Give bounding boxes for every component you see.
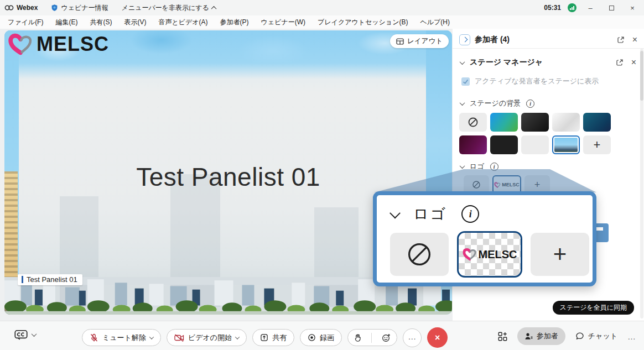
record-label: 録画 <box>320 333 334 343</box>
none-icon <box>472 180 481 189</box>
chevron-down-icon[interactable] <box>460 100 465 106</box>
background-purple-thumb[interactable] <box>459 135 487 154</box>
logo-section-magnified-callout: ロゴ i MELSC + <box>373 191 596 286</box>
menu-audio-video[interactable]: 音声とビデオ(A) <box>158 18 207 27</box>
melsc-watermark: MELSC <box>8 33 109 56</box>
close-icon: × <box>435 333 440 343</box>
background-bluegreen-thumb[interactable] <box>490 113 518 132</box>
background-city-thumb-selected[interactable] <box>552 135 580 154</box>
raise-hand-button[interactable] <box>348 330 367 346</box>
callout-logo-none-button[interactable] <box>390 233 449 276</box>
close-window-button[interactable]: × <box>625 4 640 12</box>
info-icon[interactable]: i <box>490 163 498 171</box>
stage-manager-title: ステージ マネージャ <box>470 58 543 67</box>
expand-panel-button[interactable] <box>459 34 470 45</box>
logo-section-header: ロゴ i <box>453 161 644 171</box>
chevron-down-icon[interactable] <box>460 163 465 169</box>
participants-label: 参加者 <box>537 331 558 341</box>
close-panel-icon[interactable]: × <box>632 35 637 44</box>
layout-grid-icon <box>396 38 404 45</box>
participants-toggle-button[interactable]: 参加者 <box>517 327 565 345</box>
share-button[interactable]: 共有 <box>252 329 294 346</box>
menu-share[interactable]: 共有(S) <box>90 18 112 27</box>
chevron-up-icon <box>211 6 216 11</box>
apps-icon[interactable] <box>498 332 507 341</box>
chevron-down-icon[interactable] <box>149 335 154 339</box>
active-speaker-checkbox[interactable] <box>461 77 470 86</box>
none-icon <box>468 117 479 128</box>
participant-name-tag: Test Panelist 01 <box>18 274 82 285</box>
callout-logo-title: ロゴ <box>413 204 447 224</box>
layout-button[interactable]: レイアウト <box>390 34 449 48</box>
menu-view[interactable]: 表示(V) <box>124 18 146 27</box>
record-icon <box>308 333 316 342</box>
name-tag-text: Test Panelist 01 <box>27 275 77 284</box>
leave-meeting-button[interactable]: × <box>427 327 448 348</box>
speaking-indicator-bar <box>22 276 23 283</box>
background-none-thumb[interactable] <box>459 113 487 132</box>
captions-control[interactable] <box>14 330 36 340</box>
chevron-down-icon <box>389 208 401 219</box>
menu-webinar[interactable]: ウェビナー(W) <box>261 18 305 27</box>
raise-hand-icon <box>354 333 361 342</box>
mic-muted-icon <box>90 333 98 342</box>
meeting-toolbar: ミュート解除 ビデオの開始 共有 録画 <box>0 321 644 350</box>
info-icon[interactable]: i <box>526 100 534 108</box>
record-button[interactable]: 録画 <box>300 329 342 346</box>
add-background-button[interactable]: + <box>583 135 611 154</box>
close-stage-manager-icon[interactable]: × <box>631 58 636 67</box>
chat-label: チャット <box>588 331 617 341</box>
melsc-logo-icon <box>494 182 501 188</box>
chevron-down-icon[interactable] <box>235 335 240 339</box>
share-label: 共有 <box>272 333 287 343</box>
hide-menubar-button[interactable]: メニューバーを非表示にする <box>122 3 216 13</box>
menu-file[interactable]: ファイル(F) <box>8 18 43 27</box>
plus-icon: + <box>594 138 601 152</box>
chat-bubble-icon <box>575 332 584 341</box>
start-video-button[interactable]: ビデオの開始 <box>167 329 247 346</box>
reactions-control <box>347 329 397 346</box>
smiley-plus-icon <box>382 333 391 342</box>
melsc-watermark-text: MELSC <box>37 33 109 56</box>
connection-status-icon <box>568 3 577 12</box>
menu-edit[interactable]: 編集(E) <box>55 18 77 27</box>
background-teal-thumb[interactable] <box>583 113 611 132</box>
menu-help[interactable]: ヘルプ(H) <box>420 18 450 27</box>
background-dark-thumb[interactable] <box>521 113 549 132</box>
menu-breakout[interactable]: ブレイクアウトセッション(B) <box>318 18 408 27</box>
panel-scrollbar-thumb[interactable] <box>640 51 643 101</box>
background-black-thumb[interactable] <box>490 135 518 154</box>
meeting-timer: 05:31 <box>544 4 561 12</box>
chevron-down-icon[interactable] <box>460 59 465 65</box>
active-speaker-checkbox-row: アクティブな発言者をステージに表示 <box>453 76 644 86</box>
sync-stage-button[interactable]: ステージを全員に同期 <box>553 301 634 315</box>
popout-icon[interactable] <box>616 59 624 66</box>
webinar-info-button[interactable]: ウェビナー情報 <box>51 3 108 13</box>
chevron-right-icon <box>462 37 468 43</box>
webex-app-badge: Webex <box>4 4 38 12</box>
stage-speaker-name: Test Panelist 01 <box>4 162 452 192</box>
logo-thumb-text: MELSC <box>502 182 520 187</box>
chat-button[interactable]: チャット <box>575 331 617 341</box>
menu-participants[interactable]: 参加者(P) <box>220 18 249 27</box>
background-gray-thumb[interactable] <box>521 135 549 154</box>
hide-menubar-label: メニューバーを非表示にする <box>122 3 209 13</box>
chevron-down-icon <box>32 331 37 337</box>
more-panels-button[interactable]: … <box>627 332 636 341</box>
callout-add-logo-button[interactable]: + <box>531 233 589 276</box>
melsc-logo-icon <box>463 248 477 261</box>
app-name: Webex <box>17 4 38 12</box>
restore-button[interactable] <box>604 4 619 12</box>
menu-bar: ファイル(F) 編集(E) 共有(S) 表示(V) 音声とビデオ(A) 参加者(… <box>0 15 644 29</box>
minimize-button[interactable]: – <box>583 4 598 12</box>
more-icon: … <box>408 332 417 341</box>
shield-icon <box>51 4 58 12</box>
callout-logo-text: MELSC <box>479 248 517 261</box>
callout-logo-melsc-button-selected[interactable]: MELSC <box>457 231 522 278</box>
reactions-button[interactable] <box>376 330 397 346</box>
background-white-thumb[interactable] <box>552 113 580 132</box>
more-options-button[interactable]: … <box>403 328 422 347</box>
webinar-info-label: ウェビナー情報 <box>61 3 108 13</box>
unmute-button[interactable]: ミュート解除 <box>82 329 161 346</box>
popout-icon[interactable] <box>617 36 625 44</box>
